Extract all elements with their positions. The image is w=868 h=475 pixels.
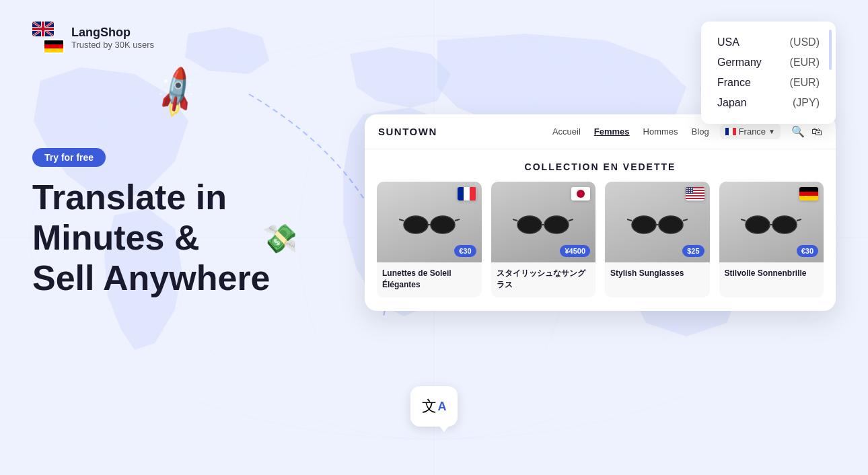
- sunglasses-img: [399, 207, 460, 238]
- currency-item-japan[interactable]: Japan (JPY): [717, 93, 820, 113]
- svg-point-22: [517, 216, 542, 233]
- nav-action-icons: 🔍 🛍: [791, 125, 822, 138]
- svg-rect-42: [686, 199, 704, 200]
- nav-blog[interactable]: Blog: [692, 126, 709, 137]
- svg-line-30: [627, 219, 632, 221]
- sunglasses-img-de: [741, 207, 801, 238]
- sunglasses-img-jp: [513, 207, 573, 238]
- translate-icon: 文A: [410, 386, 458, 427]
- svg-line-20: [399, 219, 404, 221]
- usa-flag-badge: [686, 187, 704, 200]
- svg-line-57: [797, 219, 801, 221]
- product-card-japan[interactable]: ¥4500 スタイリッシュなサングラス: [491, 182, 596, 297]
- price-badge-japan: ¥4500: [560, 245, 590, 257]
- svg-rect-41: [686, 198, 704, 199]
- price-badge-france: €30: [454, 245, 476, 257]
- app-tagline: Trusted by 30K users: [71, 40, 154, 50]
- app-name: LangShop: [71, 26, 154, 40]
- uk-flag-logo: [32, 22, 54, 36]
- nav-accueil[interactable]: Accueil: [552, 126, 581, 137]
- svg-point-52: [691, 192, 692, 193]
- product-name-japan: スタイリッシュなサングラス: [491, 262, 596, 297]
- hero-section: Try for free Translate in Minutes & Sell…: [32, 148, 270, 298]
- nav-links: Accueil Femmes Hommes Blog: [552, 126, 709, 137]
- dropdown-arrow-icon: ▼: [768, 128, 775, 135]
- svg-point-47: [686, 190, 688, 191]
- currency-item-germany[interactable]: Germany (EUR): [717, 52, 820, 73]
- cart-icon[interactable]: 🛍: [811, 126, 822, 138]
- currency-dropdown[interactable]: USA (USD) Germany (EUR) France (EUR) Jap…: [701, 22, 836, 124]
- usa-flag-svg: [686, 187, 704, 200]
- svg-point-17: [404, 216, 428, 233]
- scrollbar: [829, 30, 832, 70]
- svg-line-56: [741, 219, 746, 221]
- rocket-icon: 🚀: [147, 64, 206, 122]
- svg-point-51: [688, 192, 690, 193]
- price-badge-usa: $25: [682, 245, 704, 257]
- svg-line-31: [683, 219, 688, 221]
- product-img-germany: €30: [719, 182, 824, 262]
- translate-bubble: 文A: [410, 386, 458, 427]
- svg-point-18: [431, 216, 455, 233]
- product-name-usa: Stylish Sunglasses: [605, 262, 710, 286]
- svg-rect-38: [686, 194, 704, 195]
- lang-selector[interactable]: France ▼: [720, 124, 781, 139]
- search-icon[interactable]: 🔍: [791, 125, 805, 138]
- svg-point-49: [691, 190, 692, 191]
- japan-flag-badge: [571, 187, 590, 200]
- hero-title: Translate in Minutes & Sell Anywhere: [32, 178, 270, 298]
- try-badge[interactable]: Try for free: [32, 148, 106, 167]
- svg-point-44: [686, 188, 688, 189]
- product-grid: €30 Lunettes de Soleil Élégantes: [365, 182, 836, 311]
- product-img-japan: ¥4500: [491, 182, 596, 262]
- currency-item-france[interactable]: France (EUR): [717, 73, 820, 93]
- svg-point-50: [686, 192, 688, 193]
- svg-rect-15: [729, 128, 733, 135]
- price-badge-germany: €30: [797, 245, 818, 257]
- svg-rect-39: [686, 195, 704, 196]
- svg-point-27: [632, 216, 656, 233]
- germany-flag-badge: [799, 187, 818, 200]
- svg-rect-16: [733, 128, 736, 135]
- product-img-france: €30: [377, 182, 482, 262]
- france-flag-nav: [725, 128, 736, 135]
- nav-femmes[interactable]: Femmes: [594, 126, 630, 137]
- svg-point-28: [659, 216, 683, 233]
- product-name-france: Lunettes de Soleil Élégantes: [377, 262, 482, 297]
- product-img-usa: $25: [605, 182, 710, 262]
- france-flag-badge: [458, 187, 476, 200]
- product-card-germany[interactable]: €30 Stilvolle Sonnenbrille: [719, 182, 824, 297]
- svg-rect-14: [725, 128, 729, 135]
- collection-title: COLLECTION EN VEDETTE: [365, 149, 836, 182]
- product-card-usa[interactable]: $25 Stylish Sunglasses: [605, 182, 710, 297]
- svg-line-21: [455, 219, 460, 221]
- svg-point-53: [746, 216, 770, 233]
- logo-text: LangShop Trusted by 30K users: [71, 26, 154, 50]
- nav-hommes[interactable]: Hommes: [643, 126, 678, 137]
- shop-mockup: SUNTOWN Accueil Femmes Hommes Blog Franc…: [365, 114, 836, 311]
- svg-point-23: [544, 216, 569, 233]
- svg-point-54: [772, 216, 797, 233]
- svg-point-45: [688, 188, 690, 189]
- svg-line-26: [569, 219, 573, 221]
- money-icon: 💸: [262, 222, 297, 255]
- product-name-germany: Stilvolle Sonnenbrille: [719, 262, 824, 286]
- product-card-france[interactable]: €30 Lunettes de Soleil Élégantes: [377, 182, 482, 297]
- shop-brand: SUNTOWN: [378, 126, 437, 137]
- svg-point-46: [691, 188, 692, 189]
- de-flag-logo: [43, 39, 65, 54]
- logo-flags: [32, 22, 65, 54]
- svg-rect-13: [32, 28, 54, 30]
- sunglasses-img-us: [627, 207, 688, 238]
- currency-item-usa[interactable]: USA (USD): [717, 32, 820, 52]
- svg-point-48: [688, 190, 690, 191]
- svg-line-25: [513, 219, 517, 221]
- svg-rect-40: [686, 196, 704, 198]
